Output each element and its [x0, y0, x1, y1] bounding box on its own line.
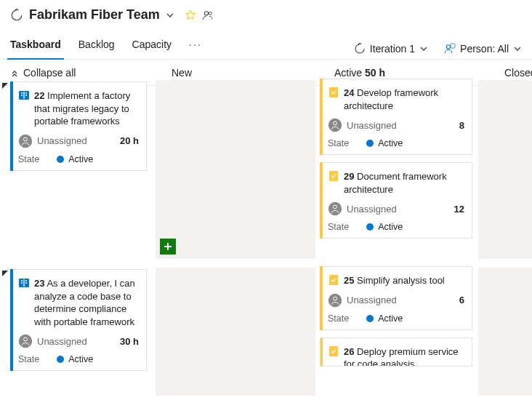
- column-new-cell[interactable]: [156, 268, 315, 396]
- story-card[interactable]: 22 Implement a factory that migrates leg…: [10, 81, 147, 171]
- assignee[interactable]: Unassigned: [328, 201, 397, 216]
- task-icon: [328, 345, 339, 357]
- state-label: State: [18, 354, 39, 364]
- task-card[interactable]: 26 Deploy premium service for code analy…: [320, 337, 472, 367]
- story-card[interactable]: 23 As a developer, I can analyze a code …: [10, 269, 147, 371]
- assignee[interactable]: Unassigned: [18, 134, 87, 148]
- tab-taskboard[interactable]: Taskboard: [10, 34, 61, 59]
- state-dot-icon: [366, 223, 374, 231]
- remaining-hours: 12: [454, 204, 464, 215]
- column-closed-cell[interactable]: [478, 268, 532, 396]
- column-closed-cell[interactable]: [478, 80, 532, 259]
- work-item-title: Develop framework architecture: [344, 87, 438, 111]
- state-label: State: [18, 154, 39, 164]
- work-item-id: 23: [34, 278, 44, 289]
- work-item-id: 26: [344, 346, 354, 357]
- add-task-button[interactable]: [160, 239, 176, 255]
- chevron-down-icon[interactable]: [166, 11, 174, 20]
- remaining-hours: 20 h: [120, 135, 139, 146]
- work-item-id: 29: [344, 171, 354, 182]
- chevron-down-icon: [513, 44, 522, 53]
- work-item-id: 24: [344, 87, 354, 98]
- assignee-label: Unassigned: [37, 135, 87, 146]
- column-active-cell[interactable]: 25 Simplify analysis tool Unassigned 6 S…: [320, 263, 478, 400]
- svg-point-3: [451, 44, 456, 49]
- assignee-label: Unassigned: [347, 120, 397, 131]
- task-icon: [328, 87, 339, 98]
- work-item-title: Document framework architecture: [344, 171, 447, 195]
- assignee[interactable]: Unassigned: [18, 334, 87, 348]
- iteration-picker[interactable]: Iteration 1: [354, 43, 428, 55]
- task-icon: [328, 274, 339, 286]
- task-card[interactable]: 29 Document framework architecture Unass…: [320, 162, 472, 239]
- assignee-label: Unassigned: [347, 204, 397, 215]
- person-icon: [444, 43, 456, 55]
- user-story-icon: [18, 277, 30, 289]
- assignee[interactable]: Unassigned: [328, 293, 397, 308]
- remaining-hours: 30 h: [120, 336, 139, 347]
- state-value[interactable]: Active: [57, 354, 93, 364]
- tab-backlog[interactable]: Backlog: [78, 34, 115, 59]
- state-dot-icon: [366, 315, 374, 322]
- row-expander[interactable]: [0, 81, 10, 89]
- more-tabs-icon[interactable]: ···: [189, 34, 202, 59]
- svg-point-2: [446, 45, 450, 49]
- state-label: State: [328, 222, 349, 232]
- svg-rect-12: [329, 275, 338, 285]
- svg-rect-8: [329, 171, 338, 181]
- star-icon[interactable]: [185, 9, 196, 21]
- task-icon: [328, 170, 339, 182]
- svg-point-1: [209, 12, 211, 15]
- sprint-icon: [354, 43, 366, 55]
- state-label: State: [328, 313, 349, 324]
- iteration-label: Iteration 1: [370, 43, 415, 55]
- state-dot-icon: [57, 156, 64, 163]
- assignee[interactable]: Unassigned: [328, 118, 397, 132]
- user-story-icon: [18, 89, 30, 101]
- task-card[interactable]: 24 Develop framework architecture Unassi…: [320, 79, 472, 155]
- assignee-label: Unassigned: [37, 336, 87, 347]
- team-title[interactable]: Fabrikam Fiber Team: [29, 7, 160, 23]
- state-value[interactable]: Active: [366, 313, 403, 324]
- team-members-icon[interactable]: [202, 9, 214, 21]
- tab-capacity[interactable]: Capacity: [132, 34, 172, 59]
- state-dot-icon: [57, 356, 64, 363]
- svg-point-0: [204, 11, 208, 15]
- person-filter[interactable]: Person: All: [444, 43, 522, 55]
- work-item-id: 22: [34, 90, 44, 101]
- remaining-hours: 6: [459, 295, 464, 305]
- work-item-id: 25: [344, 275, 354, 286]
- state-dot-icon: [366, 140, 374, 147]
- work-item-title: Deploy premium service for code analysis: [344, 346, 459, 367]
- row-expander[interactable]: [0, 269, 10, 276]
- person-label: Person: All: [460, 43, 509, 55]
- state-value[interactable]: Active: [57, 154, 93, 164]
- svg-rect-6: [329, 87, 338, 97]
- work-item-title: Simplify analysis tool: [357, 275, 445, 286]
- svg-rect-14: [329, 346, 338, 356]
- remaining-hours: 8: [459, 120, 464, 131]
- work-item-title: Implement a factory that migrates legacy…: [34, 90, 130, 127]
- sprint-icon: [10, 9, 23, 22]
- chevron-down-icon: [419, 44, 428, 53]
- work-item-title: As a developer, I can analyze a code bas…: [34, 278, 135, 327]
- state-value[interactable]: Active: [366, 138, 403, 148]
- state-value[interactable]: Active: [366, 222, 403, 232]
- assignee-label: Unassigned: [347, 295, 397, 305]
- task-card[interactable]: 25 Simplify analysis tool Unassigned 6 S…: [320, 266, 472, 330]
- column-new-cell[interactable]: [156, 80, 315, 259]
- state-label: State: [328, 138, 349, 148]
- column-active-cell[interactable]: 24 Develop framework architecture Unassi…: [320, 76, 478, 263]
